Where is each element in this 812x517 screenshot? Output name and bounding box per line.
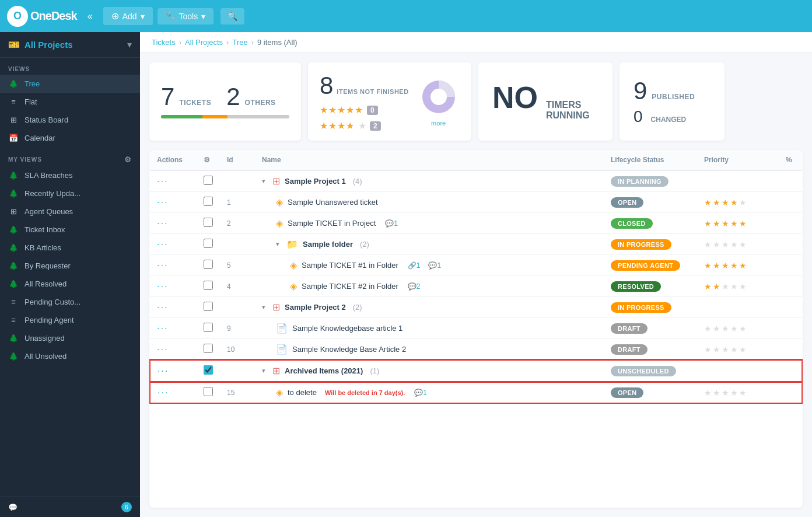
row-name: ▾ ⊞ Sample Project 1 (4) — [262, 176, 597, 187]
project-selector[interactable]: 🎫 All Projects ▾ — [0, 32, 140, 58]
expand-icon[interactable]: ▾ — [262, 367, 265, 375]
sidebar-item-pending-agent[interactable]: ≡ Pending Agent — [0, 311, 140, 329]
sidebar-item-pending-customer[interactable]: ≡ Pending Custo... — [0, 293, 140, 311]
list-icon: ≡ — [8, 97, 19, 106]
sidebar-item-recently-updated[interactable]: 🌲 Recently Upda... — [0, 184, 140, 202]
row-checkbox[interactable] — [204, 197, 213, 206]
breadcrumb-tree[interactable]: Tree — [232, 38, 247, 47]
published-stat-card: 9 PUBLISHED 0 CHANGED — [620, 62, 724, 141]
row-actions[interactable]: ··· — [157, 218, 168, 228]
expand-icon[interactable]: ▾ — [276, 240, 279, 248]
tickets-stat-card: 7 TICKETS 2 OTHERS — [149, 62, 301, 141]
breadcrumb-tickets[interactable]: Tickets — [152, 38, 176, 47]
timers-label1: TIMERS — [546, 100, 590, 110]
row-checkbox[interactable] — [204, 365, 213, 375]
project-icon: ⊞ — [272, 302, 280, 313]
pie-area[interactable]: more — [418, 76, 459, 127]
stars5-row: ★★★★★ 0 — [320, 104, 409, 116]
col-status[interactable]: Lifecycle Status — [604, 150, 697, 170]
search-button[interactable]: 🔍 — [220, 8, 244, 25]
row-checkbox[interactable] — [204, 281, 213, 290]
row-actions[interactable]: ··· — [158, 387, 169, 397]
sidebar-item-by-requester[interactable]: 🌲 By Requester — [0, 257, 140, 275]
changed-num: 0 — [634, 107, 643, 126]
row-checkbox[interactable] — [204, 260, 213, 269]
row-actions[interactable]: ··· — [157, 302, 168, 312]
status-badge: DRAFT — [611, 323, 648, 334]
add-button[interactable]: ⊕ Add ▾ — [103, 7, 153, 25]
items-stat-card: 8 ITEMS NOT FINISHED ★★★★★ 0 ★★★★★ 2 — [308, 62, 471, 141]
row-actions[interactable]: ··· — [157, 260, 168, 270]
sidebar-item-all-resolved[interactable]: 🌲 All Resolved — [0, 275, 140, 293]
row-actions[interactable]: ··· — [157, 176, 168, 186]
my-views-label: MY VIEWS ⚙ — [0, 147, 140, 166]
notification-icon: 💬 — [8, 503, 18, 512]
sidebar-item-sla-breaches[interactable]: 🌲 SLA Breaches — [0, 166, 140, 184]
pie-chart — [418, 76, 459, 117]
project-icon: ⊞ — [272, 176, 280, 187]
project-chevron-icon: ▾ — [127, 39, 132, 50]
table-row: ··· 9 📄 Sample Knowledgebase article 1 D… — [150, 318, 802, 339]
unassigned-icon: 🌲 — [8, 334, 19, 343]
sidebar-item-kb-articles[interactable]: 🌲 KB Articles — [0, 239, 140, 257]
bar-green — [161, 115, 202, 118]
row-delete-name: to delete — [288, 388, 317, 397]
row-id: 9 — [220, 318, 255, 339]
sidebar-item-all-unsolved[interactable]: 🌲 All Unsolved — [0, 347, 140, 365]
table-row: ··· 10 📄 Sample Knowledge Base Article 2… — [150, 339, 802, 361]
sidebar-item-agent-queues[interactable]: ⊞ Agent Queues — [0, 202, 140, 221]
row-actions[interactable]: ··· — [158, 366, 169, 376]
col-priority[interactable]: Priority — [697, 150, 779, 170]
collapse-button[interactable]: « — [88, 11, 93, 22]
sidebar-notifications[interactable]: 💬 6 — [0, 497, 140, 517]
row-actions[interactable]: ··· — [157, 239, 168, 249]
breadcrumb: Tickets › All Projects › Tree › 9 items … — [140, 32, 812, 53]
sidebar-item-status-board[interactable]: ⊞ Status Board — [0, 111, 140, 129]
row-id — [220, 297, 255, 318]
comment-badge: 💬1 — [414, 389, 427, 397]
sidebar-item-calendar[interactable]: 📅 Calendar — [0, 129, 140, 147]
breadcrumb-all-projects[interactable]: All Projects — [185, 38, 223, 47]
items-left: 8 ITEMS NOT FINISHED ★★★★★ 0 ★★★★★ 2 — [320, 72, 409, 131]
row-checkbox[interactable] — [204, 302, 213, 311]
tools-button[interactable]: 🔧 Tools ▾ — [158, 8, 214, 25]
row-actions[interactable]: ··· — [157, 197, 168, 207]
stars4-row: ★★★★★ 2 — [320, 120, 409, 131]
row-name: ▾ ⊞ Sample Project 2 (2) — [262, 302, 597, 313]
row-checkbox[interactable] — [204, 176, 213, 185]
sidebar-item-flat[interactable]: ≡ Flat — [0, 93, 140, 111]
ticket-icon: ◈ — [290, 281, 297, 292]
table-row: ··· 1 ◈ Sample Unanswered ticket OPEN — [150, 192, 802, 213]
sidebar-item-unassigned[interactable]: 🌲 Unassigned — [0, 329, 140, 347]
tickets-num: 7 — [161, 85, 174, 109]
row-actions[interactable]: ··· — [157, 323, 168, 333]
sidebar-item-ticket-inbox[interactable]: 🌲 Ticket Inbox — [0, 221, 140, 239]
row-checkbox[interactable] — [204, 218, 213, 227]
pie-more-label[interactable]: more — [431, 120, 446, 127]
row-checkbox[interactable] — [204, 239, 213, 248]
kb-icon: 📄 — [276, 323, 288, 334]
col-id[interactable]: Id — [220, 150, 255, 170]
logo-text: OneDesk — [30, 9, 77, 23]
expand-icon[interactable]: ▾ — [262, 177, 265, 185]
delete-warning: Will be deleted in 7 day(s). — [325, 389, 405, 396]
status-badge: PENDING AGENT — [611, 260, 680, 271]
row-checkbox[interactable] — [204, 344, 213, 353]
sidebar-item-tree[interactable]: 🌲 Tree — [0, 75, 140, 93]
row-name: 📄 Sample Knowledgebase article 1 — [262, 323, 597, 334]
tree-icon: 🌲 — [8, 79, 19, 88]
row-actions[interactable]: ··· — [157, 281, 168, 291]
row-checkbox[interactable] — [204, 323, 213, 332]
expand-icon[interactable]: ▾ — [262, 303, 265, 311]
col-pct[interactable]: % — [779, 150, 802, 170]
link-badge: 🔗1 — [408, 261, 421, 270]
row-actions[interactable]: ··· — [157, 344, 168, 354]
my-views-settings-icon[interactable]: ⚙ — [124, 155, 132, 164]
comment-badge: 💬2 — [408, 282, 421, 291]
grid-icon: ⊞ — [8, 116, 19, 124]
sidebar: 🎫 All Projects ▾ VIEWS 🌲 Tree ≡ Flat ⊞ S… — [0, 32, 140, 517]
table-row: ··· 2 ◈ Sample TICKET in Project 💬1 CLOS… — [150, 213, 802, 234]
col-name[interactable]: Name — [255, 150, 604, 170]
svg-point-1 — [430, 89, 447, 105]
row-checkbox[interactable] — [204, 387, 213, 396]
